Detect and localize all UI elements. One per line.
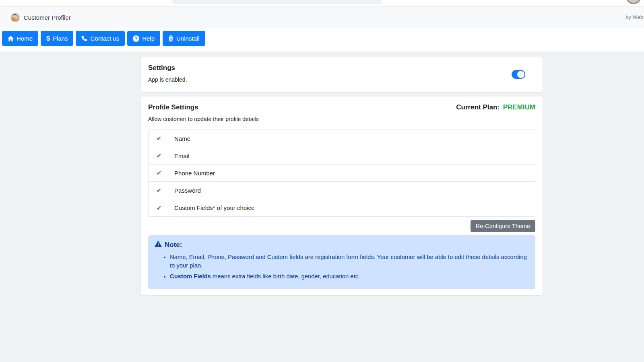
table-row: ✔ Password: [149, 182, 535, 199]
home-icon: [8, 36, 14, 41]
help-button[interactable]: ? Help: [127, 31, 160, 46]
warning-triangle-icon: [155, 241, 162, 249]
note-bullet: Name, Email, Phone, Password and Custom …: [170, 253, 529, 270]
vendor-byline: by Web: [625, 14, 643, 20]
question-circle-icon: ?: [133, 35, 139, 42]
field-label: Email: [174, 152, 190, 159]
nav-button-label: Help: [142, 35, 155, 42]
profile-settings-subtitle: Allow customer to update their profile d…: [148, 116, 535, 122]
table-row: ✔ Phone Number: [149, 165, 535, 182]
reconfigure-theme-button[interactable]: Re-Configure Theme: [471, 220, 535, 232]
browser-profile-avatar[interactable]: [625, 0, 642, 4]
check-icon: ✔: [157, 170, 162, 176]
check-icon: ✔: [157, 187, 162, 193]
app-header: Customer Profiler by Web: [0, 6, 644, 28]
check-icon: ✔: [157, 135, 162, 142]
field-label: Name: [174, 135, 190, 142]
check-icon: ✔: [157, 152, 162, 159]
current-plan-label: Current Plan:: [456, 103, 500, 111]
profile-settings-title: Profile Settings: [148, 103, 198, 111]
nav-button-label: Uninstall: [176, 35, 200, 42]
note-bullet-list: Name, Email, Phone, Password and Custom …: [155, 253, 529, 281]
page-title: Customer Profiler: [24, 14, 71, 21]
current-plan: Current Plan: PREMIUM: [456, 103, 535, 111]
browser-url-bar[interactable]: [172, 0, 382, 4]
nav-button-label: Plans: [53, 35, 68, 42]
home-button[interactable]: Home: [2, 31, 38, 46]
app-enabled-status: App is enabled.: [148, 76, 535, 83]
check-icon: ✔: [157, 205, 162, 211]
current-plan-value: PREMIUM: [503, 103, 535, 111]
settings-title: Settings: [148, 64, 535, 72]
toggle-knob: [517, 71, 524, 78]
field-label: Custom Fields* of your choice: [174, 204, 254, 211]
main-content: Settings App is enabled. Profile Setting…: [0, 51, 644, 362]
profile-settings-card: Profile Settings Current Plan: PREMIUM A…: [141, 97, 543, 295]
browser-top-strip: [0, 0, 644, 6]
nav-button-label: Home: [17, 35, 33, 42]
settings-card: Settings App is enabled.: [141, 57, 543, 92]
dollar-icon: $: [46, 35, 50, 42]
field-label: Password: [174, 187, 201, 194]
nav-bar: Home $ Plans Contact us ? Help Uninstall: [0, 29, 644, 51]
note-bullet: Custom Fields means extra fields like bi…: [170, 272, 529, 281]
table-row: ✔ Custom Fields* of your choice: [149, 199, 535, 216]
nav-button-label: Contact us: [90, 35, 119, 42]
contact-us-button[interactable]: Contact us: [76, 31, 125, 46]
field-label: Phone Number: [174, 170, 215, 177]
trash-icon: [168, 35, 173, 41]
profile-fields-table: ✔ Name ✔ Email ✔ Phone Number ✔ Password…: [148, 130, 535, 217]
table-row: ✔ Email: [149, 147, 535, 165]
app-logo-avatar-icon: [10, 13, 20, 22]
note-title: Note:: [165, 241, 182, 249]
table-row: ✔ Name: [149, 130, 535, 147]
app-enabled-toggle[interactable]: [512, 70, 525, 79]
phone-icon: [81, 35, 87, 41]
plans-button[interactable]: $ Plans: [41, 31, 73, 46]
note-alert: Note: Name, Email, Phone, Password and C…: [148, 235, 535, 289]
uninstall-button[interactable]: Uninstall: [163, 31, 205, 46]
